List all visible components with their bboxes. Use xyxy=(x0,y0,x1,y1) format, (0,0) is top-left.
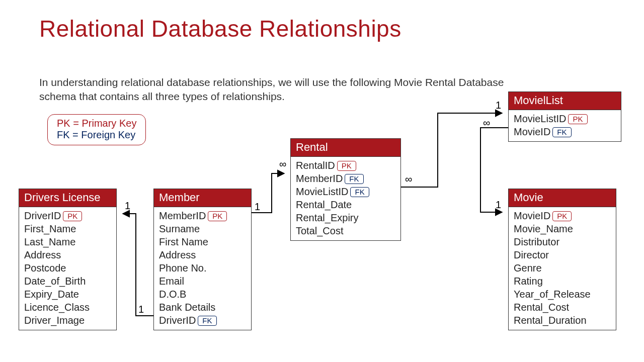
field: Genre xyxy=(514,261,611,275)
entity-body-rental: RentalIDPK MemberIDFK MovieListIDFK Rent… xyxy=(291,157,400,240)
field: Licence_Class xyxy=(24,301,111,314)
field: Postcode xyxy=(24,261,111,275)
field: Phone No. xyxy=(159,261,246,275)
field: Date_of_Birth xyxy=(24,275,111,288)
entity-drivers-license: Drivers License DriverIDPK First_Name La… xyxy=(19,189,117,330)
cardinality-many: ∞ xyxy=(483,117,490,129)
page-title: Relational Database Relationships xyxy=(39,15,401,42)
entity-header-movie: Movie xyxy=(509,189,616,207)
cardinality-one: 1 xyxy=(496,199,501,211)
field: Surname xyxy=(159,222,246,235)
entity-movie: Movie MovieIDPK Movie_Name Distributor D… xyxy=(508,189,616,330)
field: Address xyxy=(24,248,111,261)
field: Rental_Expiry xyxy=(296,211,395,224)
field: MovieListIDPK xyxy=(514,112,616,125)
field: RentalIDPK xyxy=(296,159,395,172)
pk-badge: PK xyxy=(568,114,587,124)
field: Director xyxy=(514,248,611,261)
field: Rental_Date xyxy=(296,198,395,211)
field: D.O.B xyxy=(159,288,246,301)
key-legend: PK = Primary Key FK = Foreign Key xyxy=(47,114,146,145)
field: MemberIDFK xyxy=(296,172,395,185)
entity-member: Member MemberIDPK Surname First Name Add… xyxy=(153,189,252,330)
field: DriverIDPK xyxy=(24,209,111,222)
cardinality-one: 1 xyxy=(496,100,501,111)
entity-body-member: MemberIDPK Surname First Name Address Ph… xyxy=(154,207,251,330)
legend-pk: PK = Primary Key xyxy=(57,118,136,129)
entity-header-member: Member xyxy=(154,189,251,207)
fk-badge: FK xyxy=(198,316,216,326)
fk-badge: FK xyxy=(345,174,363,184)
field: Driver_Image xyxy=(24,314,111,327)
field: Distributor xyxy=(514,235,611,248)
cardinality-one: 1 xyxy=(138,304,144,315)
fk-badge: FK xyxy=(552,127,571,137)
field: Bank Details xyxy=(159,301,246,314)
pk-badge: PK xyxy=(208,211,227,221)
field: MemberIDPK xyxy=(159,209,246,222)
entity-movielist: MovielList MovieListIDPK MovieIDFK xyxy=(508,92,621,142)
field: Expiry_Date xyxy=(24,288,111,301)
field: MovieListIDFK xyxy=(296,185,395,198)
field: DriverIDFK xyxy=(159,314,246,327)
cardinality-many: ∞ xyxy=(405,173,412,185)
field: MovieIDFK xyxy=(514,125,616,138)
entity-body-movie: MovieIDPK Movie_Name Distributor Directo… xyxy=(509,207,616,330)
field: Rental_Cost xyxy=(514,301,611,314)
intro-text: In understanding relational database rel… xyxy=(39,75,512,104)
field: Year_of_Release xyxy=(514,288,611,301)
field: First_Name xyxy=(24,222,111,235)
pk-badge: PK xyxy=(63,211,82,221)
field: Rating xyxy=(514,275,611,288)
legend-fk: FK = Foreign Key xyxy=(57,129,136,141)
pk-badge: PK xyxy=(337,161,356,171)
entity-body-drivers: DriverIDPK First_Name Last_Name Address … xyxy=(19,207,116,330)
entity-body-movielist: MovieListIDPK MovieIDFK xyxy=(509,110,621,141)
entity-header-movielist: MovielList xyxy=(509,92,621,110)
field: First Name xyxy=(159,235,246,248)
field: Last_Name xyxy=(24,235,111,248)
pk-badge: PK xyxy=(552,211,572,221)
cardinality-one: 1 xyxy=(125,200,130,212)
entity-header-drivers: Drivers License xyxy=(19,189,116,207)
entity-rental: Rental RentalIDPK MemberIDFK MovieListID… xyxy=(290,138,401,241)
field: Address xyxy=(159,248,246,261)
cardinality-many: ∞ xyxy=(279,158,286,170)
field: Rental_Duration xyxy=(514,314,611,327)
field: Movie_Name xyxy=(514,222,611,235)
cardinality-one: 1 xyxy=(255,201,260,213)
fk-badge: FK xyxy=(350,187,369,197)
entity-header-rental: Rental xyxy=(291,139,400,157)
field: Total_Cost xyxy=(296,224,395,237)
field: Email xyxy=(159,275,246,288)
field: MovieIDPK xyxy=(514,209,611,222)
